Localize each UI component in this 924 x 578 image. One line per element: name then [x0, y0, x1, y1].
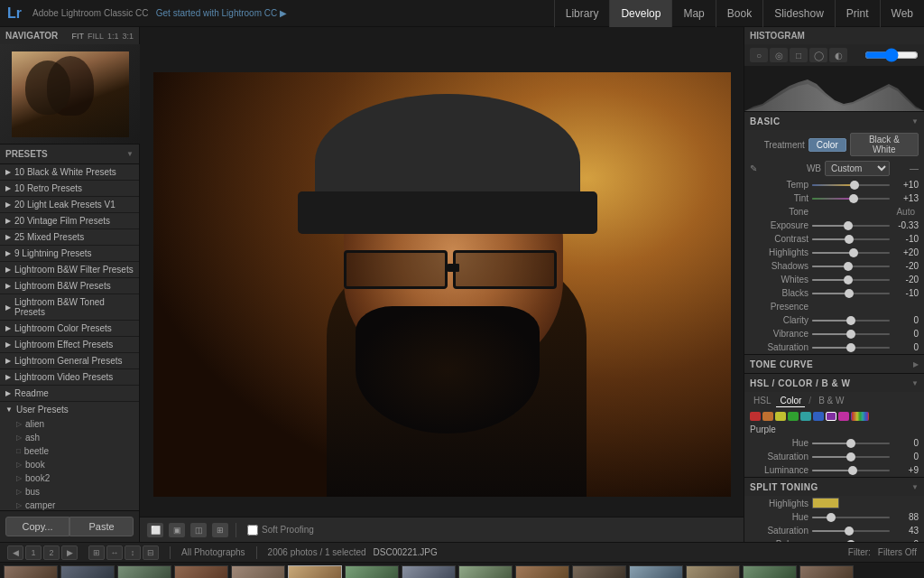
preset-group-lightning-header[interactable]: ▶ 9 Lightning Presets: [0, 246, 139, 261]
film-thumb-3[interactable]: [117, 565, 171, 579]
film-thumb-9[interactable]: [458, 565, 513, 579]
nav-library[interactable]: Library: [554, 0, 610, 27]
split-highlights-color[interactable]: [812, 498, 839, 508]
dot-purple[interactable]: [826, 412, 836, 421]
film-thumb-7[interactable]: [345, 565, 399, 579]
status-2[interactable]: 2: [43, 545, 60, 560]
preset-beetle[interactable]: □beetle: [0, 444, 139, 458]
blacks-slider[interactable]: [812, 293, 890, 294]
saturation-slider[interactable]: [812, 347, 890, 349]
preset-group-video-header[interactable]: ▶ Lightroom Video Presets: [0, 369, 139, 385]
tone-curve-header[interactable]: Tone Curve ▶: [744, 355, 924, 373]
film-thumb-14[interactable]: [743, 565, 797, 579]
filmstrip-ctrl-1[interactable]: ⊞: [88, 545, 105, 560]
preset-group-bwfilter-header[interactable]: ▶ Lightroom B&W Filter Presets: [0, 262, 139, 277]
film-thumb-12[interactable]: [629, 565, 683, 579]
film-thumb-10[interactable]: [515, 565, 569, 579]
wb-select[interactable]: Custom As Shot Auto Daylight Cloudy: [825, 161, 890, 176]
split-hl-hue-slider[interactable]: [812, 517, 890, 518]
film-thumb-1[interactable]: [4, 565, 58, 579]
bw-treatment-btn[interactable]: Black & White: [850, 133, 919, 156]
preset-alien[interactable]: ▷alien: [0, 417, 139, 431]
basic-header[interactable]: Basic ▼: [744, 112, 924, 130]
preset-group-readme-header[interactable]: ▶ Readme: [0, 386, 139, 401]
all-photographs[interactable]: All Photographs: [181, 547, 245, 557]
nav-3to1[interactable]: 3:1: [122, 32, 134, 41]
soft-proofing-toggle[interactable]: Soft Proofing: [247, 525, 314, 536]
preset-group-user-header[interactable]: ▼ User Presets: [0, 402, 139, 417]
preset-book2[interactable]: ▷book2: [0, 471, 139, 485]
dot-yellow[interactable]: [775, 412, 786, 421]
nav-web[interactable]: Web: [880, 0, 924, 27]
film-thumb-6[interactable]: [288, 565, 342, 579]
hsl-lum-slider[interactable]: [812, 470, 890, 471]
nav-fill[interactable]: FILL: [88, 32, 104, 41]
view-survey[interactable]: ⊞: [212, 523, 228, 537]
film-thumb-11[interactable]: [572, 565, 626, 579]
filmstrip-ctrl-4[interactable]: ⊟: [143, 545, 159, 560]
soft-proofing-checkbox[interactable]: [247, 525, 258, 536]
dot-all[interactable]: [851, 412, 869, 421]
preset-group-lrbw-header[interactable]: ▶ Lightroom B&W Presets: [0, 278, 139, 294]
view-icon-1[interactable]: ○: [750, 48, 768, 62]
histogram-slider[interactable]: [864, 50, 919, 61]
paste-button[interactable]: Paste: [69, 517, 134, 536]
dot-aqua[interactable]: [800, 412, 811, 421]
hsl-hue-slider[interactable]: [812, 443, 890, 444]
preset-group-bw-header[interactable]: ▶ 10 Black & White Presets: [0, 164, 139, 180]
film-thumb-5[interactable]: [231, 565, 285, 579]
view-compare[interactable]: ◫: [190, 523, 207, 537]
preset-group-effect-header[interactable]: ▶ Lightroom Effect Presets: [0, 337, 139, 352]
crop-tool[interactable]: ⬜: [147, 523, 163, 537]
film-thumb-13[interactable]: [686, 565, 740, 579]
status-next-btn[interactable]: ▶: [61, 545, 78, 560]
color-treatment-btn[interactable]: Color: [808, 138, 846, 152]
nav-slideshow[interactable]: Slideshow: [762, 0, 835, 27]
copy-button[interactable]: Copy...: [5, 517, 69, 536]
hsl-tab-bw[interactable]: B & W: [815, 395, 847, 407]
tint-slider[interactable]: [812, 198, 890, 200]
hsl-sat-slider[interactable]: [812, 456, 890, 458]
preset-group-mixed-header[interactable]: ▶ 25 Mixed Presets: [0, 229, 139, 245]
film-thumb-4[interactable]: [174, 565, 228, 579]
clarity-slider[interactable]: [812, 320, 890, 322]
contrast-slider[interactable]: [812, 238, 890, 240]
dot-red[interactable]: [750, 412, 761, 421]
dot-green[interactable]: [788, 412, 799, 421]
hsl-header[interactable]: HSL / Color / B & W ▼: [744, 374, 924, 392]
hsl-tab-color[interactable]: Color: [776, 395, 805, 407]
preset-camper[interactable]: ▷camper: [0, 499, 139, 510]
preset-group-light-header[interactable]: ▶ 20 Light Leak Presets V1: [0, 197, 139, 212]
tone-auto[interactable]: Auto: [808, 207, 919, 217]
presets-header[interactable]: Presets ▼: [0, 144, 139, 164]
view-icon-2[interactable]: ◎: [770, 48, 788, 62]
view-icon-3[interactable]: □: [790, 48, 808, 62]
nav-1to1[interactable]: 1:1: [107, 32, 119, 41]
preset-bus[interactable]: ▷bus: [0, 485, 139, 499]
split-toning-header[interactable]: Split Toning ▼: [744, 478, 924, 496]
filmstrip-ctrl-2[interactable]: ↔: [106, 545, 123, 560]
eyedropper-icon[interactable]: ✎: [750, 163, 757, 173]
dot-orange[interactable]: [762, 412, 773, 421]
nav-print[interactable]: Print: [835, 0, 880, 27]
highlights-slider[interactable]: [812, 252, 890, 254]
nav-develop[interactable]: Develop: [609, 0, 671, 27]
split-hl-sat-slider[interactable]: [812, 530, 890, 532]
preset-group-general-header[interactable]: ▶ Lightroom General Presets: [0, 353, 139, 368]
film-thumb-15[interactable]: [799, 565, 854, 579]
temp-slider[interactable]: [812, 184, 890, 186]
nav-map[interactable]: Map: [671, 0, 715, 27]
view-icon-4[interactable]: ◯: [809, 48, 827, 62]
view-normal[interactable]: ▣: [169, 523, 185, 537]
status-prev-btn[interactable]: ◀: [7, 545, 23, 560]
nav-book[interactable]: Book: [716, 0, 762, 27]
preset-group-bwtoned-header[interactable]: ▶ Lightroom B&W Toned Presets: [0, 294, 139, 320]
filters-off[interactable]: Filters Off: [878, 547, 917, 557]
dot-blue[interactable]: [813, 412, 824, 421]
status-1[interactable]: 1: [25, 545, 42, 560]
preset-ash[interactable]: ▷ash: [0, 431, 139, 444]
shadows-slider[interactable]: [812, 266, 890, 267]
nav-fit[interactable]: FIT: [71, 32, 84, 41]
hsl-tab-hsl[interactable]: HSL: [750, 395, 774, 407]
preset-group-vintage-header[interactable]: ▶ 20 Vintage Film Presets: [0, 213, 139, 228]
